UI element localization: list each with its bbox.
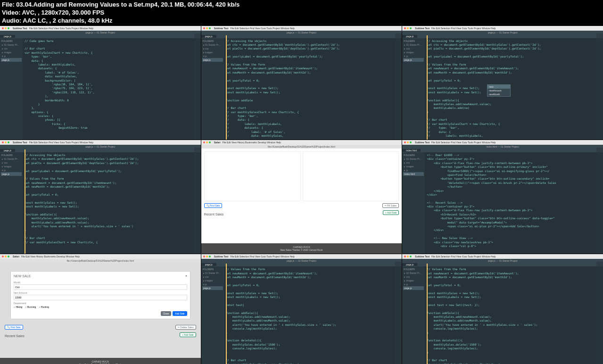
thumb-9: Sublime TextFile Edit Selection Find Vie… — [402, 254, 603, 364]
autocomplete-popup[interactable]: new newAmount newMonth — [487, 84, 511, 97]
thumb-3: Sublime TextFile Edit Selection Find Vie… — [402, 26, 603, 140]
code-editor[interactable]: // Values from the form let newAmount = … — [425, 266, 603, 364]
thumb-2: Sublime TextFile Edit Selection Find Vie… — [201, 26, 402, 140]
code-editor[interactable]: <!-- Over $1000 --> <div class="containe… — [425, 152, 603, 254]
thumb-6: Sublime TextFile Edit Selection Find Vie… — [402, 140, 603, 254]
add-sale-button[interactable]: + Add Sale — [383, 210, 399, 215]
find-sale-button[interactable]: 🔍 Find Sale — [204, 203, 223, 208]
close-button[interactable]: Close — [161, 311, 172, 316]
add-sale-button[interactable]: + Add Sale — [180, 332, 196, 337]
thumb-1: Sublime TextFile Edit Selection Find Vie… — [0, 26, 201, 140]
fill-sales-button[interactable]: ✏ Fill Sales — [382, 203, 399, 208]
thumb-4: Sublime TextFile Edit Selection Find Vie… — [0, 140, 201, 254]
find-sale-button[interactable]: 🔍 Find Sale — [5, 325, 23, 330]
thumb-8: Sublime TextFile Edit Selection Find Vie… — [201, 254, 402, 364]
new-sale-modal: NEW SALE × Month: Item Amount: Departmen… — [10, 271, 190, 319]
chart-placeholder — [204, 151, 301, 201]
thumb-5: SafariFile Edit View History Bookmarks D… — [201, 140, 402, 254]
thumb-7: SafariFile Edit View History Bookmarks D… — [0, 254, 201, 364]
code-editor[interactable]: // Values from the form let newAmount = … — [224, 266, 402, 364]
file-info-header: File: 03.04.Adding and Removing Values t… — [0, 0, 603, 26]
thumbnail-grid: Sublime TextFile Edit Selection Find Vie… — [0, 26, 603, 364]
audio-line: Audio: AAC LC, , 2 channels, 48.0 kHz — [2, 17, 601, 25]
file-tab[interactable]: page.js — [0, 35, 15, 38]
video-line: Video: AVC, , 1280x720, 30.000 FPS — [2, 9, 601, 17]
close-icon[interactable]: × — [185, 274, 187, 280]
amount-input[interactable] — [14, 295, 187, 300]
window-title: page.js — 01 Starter Project — [0, 31, 201, 34]
mac-menubar: Sublime TextFile Edit Selection Find Vie… — [0, 26, 201, 31]
radio-running[interactable]: ○ Running — [25, 306, 36, 308]
add-sale-button[interactable]: Add Sale — [173, 311, 187, 316]
modal-title: NEW SALE — [14, 274, 31, 278]
month-input[interactable] — [14, 284, 187, 290]
radio-hunting[interactable]: ○ Hunting — [39, 306, 49, 308]
sidebar: FOLDERS ▸ 01 Starter Pr… ▸ css ▸ images … — [0, 38, 23, 140]
code-editor[interactable]: // Code goes here // Bar chart var month… — [23, 38, 201, 140]
url-bar[interactable]: file:///Users/jeffbatt/Desktop/01%20Star… — [201, 145, 402, 149]
code-editor[interactable]: // Accessing the objects let ctx = docum… — [23, 152, 201, 254]
page-footer: CARVED ROCK New Sales Tracker © 2020 Car… — [201, 243, 402, 254]
code-editor[interactable]: // Accessing the objects let ctx = docum… — [425, 38, 603, 140]
chart-placeholder — [303, 151, 399, 201]
file-line: File: 03.04.Adding and Removing Values t… — [2, 1, 601, 9]
radio-hiking[interactable]: ○ Hiking — [14, 306, 22, 308]
recent-sales-heading: Recent Sales — [204, 213, 224, 216]
delete-sales-button[interactable]: ✏ Delete Sales — [175, 325, 196, 330]
code-editor[interactable]: // Accessing the objects let ctx = docum… — [224, 38, 402, 140]
